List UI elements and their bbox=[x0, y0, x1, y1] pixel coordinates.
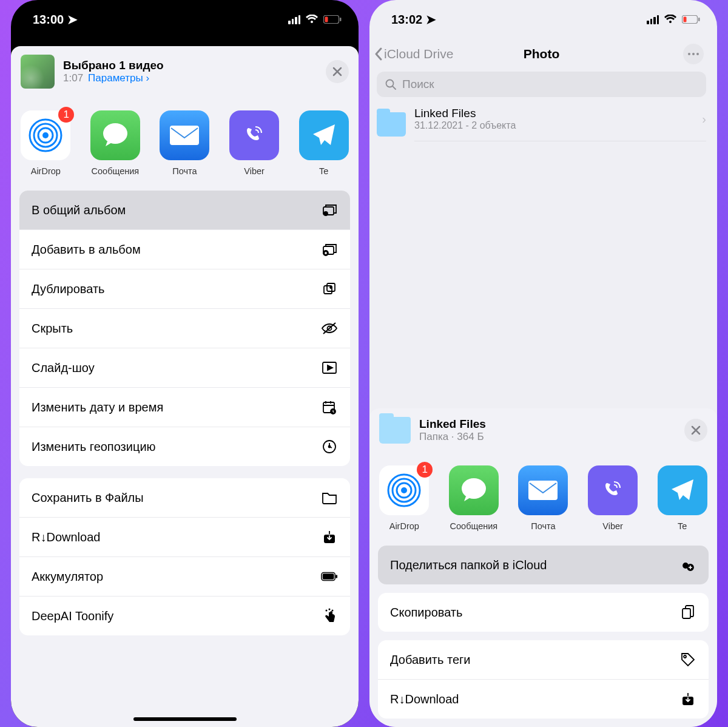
time-label: 13:00 bbox=[33, 13, 64, 26]
page-title: Photo bbox=[524, 47, 559, 61]
action-label: Слайд-шоу bbox=[32, 361, 95, 375]
share-sheet: Выбрано 1 видео 1:07 Параметры › 1AirDro… bbox=[11, 46, 359, 727]
app-label: Te bbox=[319, 166, 328, 176]
action-datetime[interactable]: Изменить дату и время bbox=[19, 388, 350, 427]
action-download[interactable]: R↓Download bbox=[19, 518, 350, 557]
action-hide[interactable]: Скрыть bbox=[19, 309, 350, 348]
action-touch[interactable]: DeepAI Toonify bbox=[19, 597, 350, 635]
svg-point-35 bbox=[401, 487, 407, 493]
action-label: Скрыть bbox=[32, 322, 73, 336]
app-label: Сообщения bbox=[450, 521, 498, 531]
time-label: 13:02 bbox=[391, 13, 422, 26]
action-label: Изменить геопозицию bbox=[32, 440, 156, 454]
app-viber[interactable]: Viber bbox=[228, 110, 281, 176]
folder-icon bbox=[321, 489, 338, 506]
action-label: Добавить теги bbox=[390, 653, 470, 667]
phone-left: 13:00 ➤ Выбрано 1 видео 1:07 Параметры ›… bbox=[11, 0, 359, 727]
app-airdrop[interactable]: 1AirDrop bbox=[378, 465, 431, 531]
slideshow-icon bbox=[321, 359, 338, 376]
svg-rect-40 bbox=[528, 481, 558, 500]
action-label: Сохранить в Файлы bbox=[32, 491, 144, 505]
app-viber[interactable]: Viber bbox=[587, 465, 639, 531]
app-telegram[interactable]: Te bbox=[297, 110, 350, 176]
action-add-album[interactable]: Добавить в альбом bbox=[19, 230, 350, 269]
app-label: AirDrop bbox=[31, 166, 61, 176]
action-shared-album[interactable]: В общий альбом bbox=[19, 191, 350, 230]
app-row: 1AirDropСообщенияПочтаViberTe bbox=[369, 452, 717, 542]
action-tag[interactable]: Добавить теги bbox=[378, 640, 709, 680]
tag-icon bbox=[679, 651, 696, 668]
action-group-1: В общий альбомДобавить в альбомДублирова… bbox=[19, 191, 350, 466]
status-time: 13:02 ➤ bbox=[391, 12, 436, 27]
action-label: Добавить в альбом bbox=[32, 243, 141, 257]
app-messages[interactable]: Сообщения bbox=[89, 110, 142, 176]
back-button[interactable]: iCloud Drive bbox=[374, 47, 453, 61]
search-placeholder: Поиск bbox=[402, 78, 434, 91]
home-indicator[interactable] bbox=[133, 717, 237, 721]
svg-rect-43 bbox=[682, 609, 690, 618]
back-label: iCloud Drive bbox=[384, 47, 453, 61]
location-icon bbox=[321, 438, 338, 455]
video-duration: 1:07 bbox=[63, 72, 83, 84]
app-label: Viber bbox=[244, 166, 265, 176]
app-airdrop[interactable]: 1AirDrop bbox=[19, 110, 72, 176]
battery-low-icon bbox=[682, 15, 700, 24]
close-button[interactable] bbox=[684, 419, 707, 442]
duplicate-icon bbox=[321, 280, 338, 297]
share-sheet: Linked Files Папка · 364 Б 1AirDropСообщ… bbox=[369, 408, 717, 727]
airdrop-icon: 1 bbox=[21, 110, 70, 160]
more-button[interactable] bbox=[683, 44, 704, 64]
app-telegram[interactable]: Te bbox=[656, 465, 709, 531]
airdrop-icon: 1 bbox=[379, 465, 429, 515]
parameters-link[interactable]: Параметры › bbox=[88, 72, 149, 84]
action-copy[interactable]: Скопировать bbox=[378, 593, 709, 632]
action-label: Поделиться папкой в iCloud bbox=[390, 558, 547, 572]
telegram-icon bbox=[658, 465, 707, 515]
viber-icon bbox=[229, 110, 279, 160]
action-share-folder[interactable]: Поделиться папкой в iCloud bbox=[378, 546, 709, 584]
battery-icon bbox=[321, 568, 338, 585]
action-label: Изменить дату и время bbox=[32, 401, 163, 414]
action-duplicate[interactable]: Дублировать bbox=[19, 269, 350, 309]
action-label: DeepAI Toonify bbox=[32, 609, 113, 623]
battery-low-icon bbox=[323, 15, 342, 24]
app-mail[interactable]: Почта bbox=[517, 465, 570, 531]
mail-icon bbox=[160, 110, 209, 160]
status-bar: 13:00 ➤ bbox=[11, 0, 359, 39]
download-icon bbox=[321, 529, 338, 546]
action-group-2: Скопировать bbox=[378, 593, 709, 632]
action-slideshow[interactable]: Слайд-шоу bbox=[19, 348, 350, 388]
svg-point-7 bbox=[103, 123, 127, 144]
action-location[interactable]: Изменить геопозицию bbox=[19, 427, 350, 466]
video-thumbnail[interactable] bbox=[21, 55, 55, 89]
action-battery[interactable]: Аккумулятор bbox=[19, 557, 350, 597]
close-button[interactable] bbox=[326, 60, 349, 83]
phone-right: 13:02 ➤ iCloud Drive Photo bbox=[369, 0, 717, 727]
location-arrow-icon: ➤ bbox=[67, 13, 78, 26]
svg-point-39 bbox=[462, 478, 486, 499]
badge: 1 bbox=[58, 107, 74, 123]
copy-icon bbox=[679, 604, 696, 621]
badge: 1 bbox=[417, 462, 433, 478]
svg-point-27 bbox=[332, 610, 334, 612]
folder-meta: 31.12.2021 - 2 объекта bbox=[414, 120, 702, 131]
sheet-header: Linked Files Папка · 364 Б bbox=[369, 408, 717, 452]
svg-rect-30 bbox=[698, 18, 700, 21]
action-group-1: Поделиться папкой в iCloud bbox=[378, 546, 709, 584]
svg-rect-24 bbox=[335, 575, 337, 578]
sheet-header: Выбрано 1 видео 1:07 Параметры › bbox=[11, 46, 359, 97]
app-messages[interactable]: Сообщения bbox=[448, 465, 500, 531]
action-folder[interactable]: Сохранить в Файлы bbox=[19, 478, 350, 518]
hide-icon bbox=[321, 320, 338, 337]
app-mail[interactable]: Почта bbox=[158, 110, 211, 176]
svg-point-32 bbox=[692, 53, 695, 55]
svg-rect-29 bbox=[684, 17, 687, 22]
svg-rect-2 bbox=[340, 18, 342, 21]
search-input[interactable]: Поиск bbox=[377, 72, 706, 97]
app-row: 1AirDropСообщенияПочтаViberTe bbox=[11, 97, 359, 187]
action-download[interactable]: R↓Download bbox=[378, 680, 709, 719]
close-icon bbox=[332, 67, 342, 76]
folder-row[interactable]: Linked Files 31.12.2021 - 2 объекта › bbox=[374, 103, 709, 145]
wifi-icon bbox=[305, 15, 318, 24]
svg-point-3 bbox=[42, 132, 49, 138]
